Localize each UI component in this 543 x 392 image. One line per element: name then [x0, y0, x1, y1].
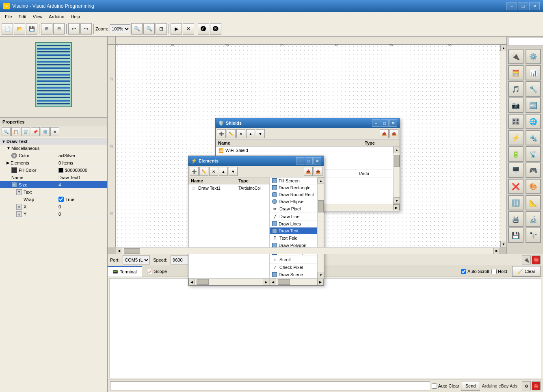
undo-button[interactable]: ↩ [68, 23, 80, 35]
zoom-in-button[interactable]: 🔍 [131, 23, 143, 35]
rt-btn-camera[interactable]: 📷 [508, 97, 524, 113]
rt-btn-controls[interactable]: 🎛️ [508, 114, 524, 129]
rt-btn-x[interactable]: ❌ [508, 179, 524, 194]
elements-up-btn[interactable]: ▲ [219, 167, 228, 176]
rt-btn-display[interactable]: 📊 [526, 65, 541, 80]
props-btn1[interactable]: 🔍 [2, 127, 11, 136]
shields-scroll-down[interactable]: ▼ [394, 197, 400, 204]
type-draw-ellipse[interactable]: Draw Ellipse [270, 198, 317, 205]
type-text-feld[interactable]: T Text Feld [270, 234, 317, 242]
rt-btn-ruler[interactable]: 📐 [526, 195, 541, 210]
shields-scroll-thumb[interactable] [394, 155, 400, 167]
shields-item-wifi[interactable]: 📶 WiFi Shield [216, 147, 393, 154]
rt-btn-network[interactable]: 🌐 [526, 114, 541, 129]
menu-help[interactable]: Help [67, 13, 83, 20]
wrap-checkbox[interactable] [58, 197, 64, 202]
elements-right-scroll-thumb[interactable] [318, 200, 324, 212]
prop-size-row[interactable]: S Size 4 [0, 181, 107, 188]
open-button[interactable]: 📂 [14, 23, 25, 35]
elements-close[interactable]: ✕ [313, 157, 321, 165]
vscroll-down[interactable]: ▼ [500, 241, 507, 247]
hscroll-right[interactable]: ▶ [493, 248, 500, 254]
shields-scroll-up[interactable]: ▲ [394, 147, 400, 153]
elements-add-btn[interactable]: ➕ [190, 167, 199, 176]
clear-button[interactable]: 🧹 Clear [512, 266, 541, 277]
shields-delete-btn[interactable]: ✕ [236, 129, 245, 138]
shields-export-btn[interactable]: 📤 [389, 129, 398, 138]
zoom-select[interactable]: 50% 75% 100% 125% 150% 200% [110, 24, 130, 33]
rt-btn-wireless[interactable]: 📡 [526, 146, 541, 162]
rt-btn-monitor[interactable]: 🖥️ [508, 162, 524, 178]
rt-btn-gamepad[interactable]: 🎮 [526, 162, 541, 178]
shields-add-btn[interactable]: ➕ [217, 129, 226, 138]
type-draw-text[interactable]: Draw Text [270, 227, 317, 234]
type-draw-scene[interactable]: Draw Scene [270, 271, 317, 278]
shields-minimize[interactable]: − [372, 119, 380, 127]
type-scroll[interactable]: ↕ Scroll [270, 256, 317, 264]
rt-btn-palette[interactable]: 🎨 [526, 179, 541, 194]
rt-btn-battery[interactable]: 🔋 [508, 146, 524, 162]
tab-scope[interactable]: 📈 Scope [142, 266, 172, 277]
ads-btn1[interactable]: ⚙ [522, 381, 531, 390]
type-draw-line[interactable]: ╱ Draw Line [270, 213, 317, 221]
new-button[interactable]: 📄 [2, 23, 13, 35]
rt-btn-print[interactable]: 🖨️ [508, 211, 524, 227]
shields-import-btn[interactable]: 📥 [380, 129, 389, 138]
redo-button[interactable]: ↪ [80, 23, 92, 35]
rt-btn-math[interactable]: 🧮 [508, 65, 524, 80]
rt-btn-shields[interactable]: ⚙️ [526, 49, 541, 64]
type-draw-lines[interactable]: Draw Lines [270, 221, 317, 227]
vscroll-up[interactable]: ▲ [500, 45, 507, 51]
tab-terminal[interactable]: 📟 Terminal [108, 266, 142, 277]
rt-btn-text[interactable]: 🔤 [526, 97, 541, 113]
close-button[interactable]: ✕ [529, 2, 540, 10]
elements-left-hscroll-left[interactable]: ◀ [188, 279, 195, 285]
rt-btn-hardware[interactable]: 🔩 [526, 130, 541, 145]
canvas-vscroll[interactable]: ▲ ▼ [500, 45, 506, 247]
arduino-button1[interactable]: 🅐 [198, 23, 209, 35]
elements-right-hscroll-right[interactable]: ▶ [317, 279, 324, 285]
layout-button[interactable]: ⊟ [53, 23, 65, 35]
rt-btn-sound[interactable]: 🎵 [508, 81, 524, 97]
arduino-button2[interactable]: 🅑 [210, 23, 221, 35]
type-draw-pixel[interactable]: ✏ Draw Pixel [270, 205, 317, 213]
hscroll-left[interactable]: ◀ [116, 248, 122, 254]
elements-import-btn[interactable]: 📥 [304, 167, 313, 176]
rt-btn-tools[interactable]: 🔧 [526, 81, 541, 97]
elements-right-hscroll-left[interactable]: ◀ [270, 279, 276, 285]
send-button[interactable]: Send [461, 381, 480, 391]
elements-maximize[interactable]: □ [305, 157, 313, 165]
menu-file[interactable]: File [2, 13, 15, 20]
shields-maximize[interactable]: □ [381, 119, 389, 127]
elements-edit-btn[interactable]: ✏️ [199, 167, 208, 176]
grid-button[interactable]: ⊞ [41, 23, 52, 35]
rt-btn-disk[interactable]: 💾 [508, 227, 524, 243]
props-btn3[interactable]: 🗑️ [21, 127, 30, 136]
rt-btn-telescope[interactable]: 🔭 [526, 227, 541, 243]
shields-edit-btn[interactable]: ✏️ [227, 129, 236, 138]
rt-btn-numbers[interactable]: 🔢 [508, 195, 524, 210]
props-btn2[interactable]: 📋 [11, 127, 20, 136]
maximize-button[interactable]: □ [518, 2, 528, 10]
disconnect-button[interactable]: ⛔ [532, 256, 541, 264]
stop-button[interactable]: ✕ [183, 23, 194, 35]
connect-button[interactable]: 🔌 [522, 256, 531, 264]
minimize-button[interactable]: − [506, 2, 517, 10]
elements-minimize[interactable]: − [296, 157, 304, 165]
elements-right-hscroll-thumb[interactable] [278, 279, 290, 285]
shields-close[interactable]: ✕ [389, 119, 397, 127]
shields-down-btn[interactable]: ▼ [256, 129, 265, 138]
shields-up-btn[interactable]: ▲ [246, 129, 255, 138]
type-draw-round-rect[interactable]: Draw Round Rect [270, 191, 317, 198]
elements-right-scroll-up[interactable]: ▲ [318, 178, 324, 184]
section-header-drawtext[interactable]: ▼ Draw Text [0, 138, 107, 145]
compile-button[interactable]: ▶ [171, 23, 182, 35]
elements-delete-btn[interactable]: ✕ [209, 167, 218, 176]
zoom-out-button[interactable]: 🔍 [143, 23, 155, 35]
rt-search-input[interactable] [508, 38, 543, 46]
ads-btn2[interactable]: ⛔ [532, 381, 541, 390]
rt-btn-power[interactable]: ⚡ [508, 130, 524, 145]
menu-arduino[interactable]: Arduino [45, 13, 67, 20]
elements-right-scroll-down[interactable]: ▼ [318, 272, 324, 278]
hscroll-thumb[interactable] [124, 248, 140, 254]
